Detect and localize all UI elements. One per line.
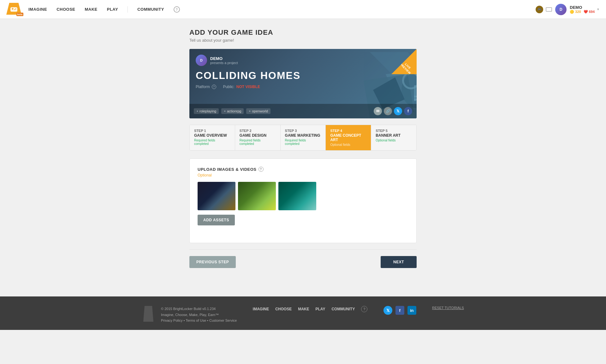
platform-help-icon[interactable]: ? <box>212 85 216 89</box>
terms-link[interactable]: Terms of Use <box>186 319 206 322</box>
footer-nav-choose[interactable]: CHOOSE <box>275 307 292 311</box>
footer-links: Privacy Policy • Terms of Use • Customer… <box>161 318 237 324</box>
platform-label: Platform <box>196 85 210 89</box>
header: beta IMAGINE CHOOSE MAKE PLAY COMMUNITY … <box>0 0 606 19</box>
footer-help-icon[interactable]: ? <box>361 306 367 312</box>
svg-rect-12 <box>414 96 417 97</box>
svg-rect-13 <box>414 99 417 100</box>
step-4[interactable]: STEP 4 GAME CONCEPT ART Optional fields <box>326 125 371 150</box>
step-2-name: GAME DESIGN <box>240 133 276 138</box>
card-user: D DEMO presents a project <box>196 55 300 66</box>
section-title: UPLOAD IMAGES & VIDEOS ? <box>198 167 408 172</box>
card-user-text: DEMO presents a project <box>210 56 238 65</box>
footer: © 2015 BrightLocker Build v0.1.234 Imagi… <box>0 296 606 330</box>
footer-nav: IMAGINE CHOOSE MAKE PLAY COMMUNITY ? <box>253 306 368 312</box>
nav-buttons: PREVIOUS STEP NEXT <box>189 249 417 268</box>
logo-box: beta <box>6 3 22 16</box>
footer-nav-imagine[interactable]: IMAGINE <box>253 307 269 311</box>
footer-inner: © 2015 BrightLocker Build v0.1.234 Imagi… <box>129 306 477 324</box>
card-username: DEMO <box>210 56 238 61</box>
svg-rect-11 <box>414 85 416 101</box>
user-info: DEMO 🟡 320 ❤️ 694 ▼ <box>570 5 600 14</box>
tag-actionrpg[interactable]: actionrpg <box>221 108 244 114</box>
image-thumb-1[interactable] <box>198 182 235 210</box>
reset-tutorials-button[interactable]: RESET TUTORIALS <box>432 306 464 310</box>
add-assets-button[interactable]: ADD ASSETS <box>198 215 235 225</box>
footer-copyright: © 2015 BrightLocker Build v0.1.234 Imagi… <box>161 306 237 324</box>
game-title: COLLIDING HOMES <box>196 70 300 81</box>
tag-roleplaying[interactable]: roleplaying <box>194 108 219 114</box>
logo-area[interactable]: beta <box>6 3 22 16</box>
next-button[interactable]: NEXT <box>381 256 417 268</box>
image-thumb-3[interactable] <box>278 182 316 210</box>
step-3-number: STEP 3 <box>285 129 321 133</box>
step-5[interactable]: STEP 5 BANNER ART Optional fields <box>371 125 416 150</box>
footer-nav-community[interactable]: COMMUNITY <box>331 307 355 311</box>
step-2-number: STEP 2 <box>240 129 276 133</box>
svg-rect-2 <box>12 8 13 10</box>
step-5-status: Optional fields <box>376 139 412 142</box>
footer-facebook-icon[interactable]: f <box>395 306 404 315</box>
help-icon[interactable]: ? <box>174 6 180 13</box>
step-2[interactable]: STEP 2 GAME DESIGN Required fields compl… <box>235 125 281 150</box>
header-right: 🎮 D DEMO 🟡 320 ❤️ 694 ▼ <box>536 4 600 15</box>
previous-step-button[interactable]: PREVIOUS STEP <box>189 256 236 268</box>
card-avatar: D <box>196 55 207 66</box>
step-2-status: Required fields completed <box>240 139 276 146</box>
share-mail-icon[interactable]: ✉ <box>374 107 382 115</box>
footer-linkedin-icon[interactable]: in <box>407 306 416 315</box>
nav-separator <box>128 6 128 13</box>
step-3-status: Required fields completed <box>285 139 321 146</box>
tags-left: roleplaying actionrpg openworld <box>194 108 270 114</box>
step-1-number: STEP 1 <box>194 129 230 133</box>
upload-help-icon[interactable]: ? <box>258 167 264 172</box>
svg-point-4 <box>15 9 15 10</box>
page-title: ADD YOUR GAME IDEA <box>189 28 417 37</box>
hearts-stat: ❤️ 694 <box>584 10 595 14</box>
step-1-name: GAME OVERVIEW <box>194 133 230 138</box>
beta-badge: beta <box>16 13 23 16</box>
step-4-number: STEP 4 <box>330 129 366 133</box>
game-card-content: D DEMO presents a project COLLIDING HOME… <box>189 49 307 95</box>
footer-nav-make[interactable]: MAKE <box>298 307 309 311</box>
footer-twitter-icon[interactable]: 𝕏 <box>383 306 392 315</box>
step-4-name: GAME CONCEPT ART <box>330 133 366 142</box>
nav-choose[interactable]: CHOOSE <box>56 7 75 12</box>
nav-make[interactable]: MAKE <box>85 7 97 12</box>
steps-row: STEP 1 GAME OVERVIEW Required fields com… <box>189 125 417 151</box>
page-subtitle: Tell us about your game! <box>189 38 417 43</box>
step-4-status: Optional fields <box>330 143 366 146</box>
tag-openworld[interactable]: openworld <box>246 108 270 114</box>
image-grid <box>198 182 408 210</box>
privacy-link[interactable]: Privacy Policy <box>161 319 182 322</box>
svg-point-3 <box>15 8 16 9</box>
customer-link[interactable]: Customer Service <box>209 319 237 322</box>
share-facebook-icon[interactable]: f <box>404 107 412 115</box>
step-1[interactable]: STEP 1 GAME OVERVIEW Required fields com… <box>190 125 235 150</box>
currency-icon: 🎮 <box>536 6 543 13</box>
step-1-status: Required fields completed <box>194 139 230 146</box>
footer-nav-play[interactable]: PLAY <box>316 307 325 311</box>
card-presents: presents a project <box>210 61 238 65</box>
share-link-icon[interactable]: 🔗 <box>384 107 392 115</box>
dropdown-arrow[interactable]: ▼ <box>597 8 600 11</box>
visibility-value: NOT VISIBLE <box>236 85 260 89</box>
social-icons: ✉ 🔗 𝕏 f <box>374 107 412 115</box>
footer-left: © 2015 BrightLocker Build v0.1.234 Imagi… <box>142 306 237 324</box>
nav-bar: IMAGINE CHOOSE MAKE PLAY COMMUNITY ? <box>28 6 536 13</box>
form-section: UPLOAD IMAGES & VIDEOS ? Optional ADD AS… <box>189 158 417 243</box>
footer-logo <box>142 306 155 322</box>
step-3[interactable]: STEP 3 GAME MARKETING Required fields co… <box>281 125 326 150</box>
nav-community[interactable]: COMMUNITY <box>137 7 164 12</box>
nav-imagine[interactable]: IMAGINE <box>28 7 47 12</box>
section-optional: Optional <box>198 173 408 177</box>
step-5-name: BANNER ART <box>376 133 412 138</box>
share-twitter-icon[interactable]: 𝕏 <box>394 107 402 115</box>
nav-play[interactable]: PLAY <box>107 7 118 12</box>
header-icons: 🎮 <box>536 6 552 13</box>
main-content: ADD YOUR GAME IDEA Tell us about your ga… <box>183 19 423 277</box>
mail-icon[interactable] <box>546 7 552 12</box>
visibility-label: Public: <box>223 85 235 89</box>
image-thumb-2[interactable] <box>238 182 276 210</box>
tags-row: roleplaying actionrpg openworld ✉ 🔗 𝕏 f <box>189 104 417 118</box>
